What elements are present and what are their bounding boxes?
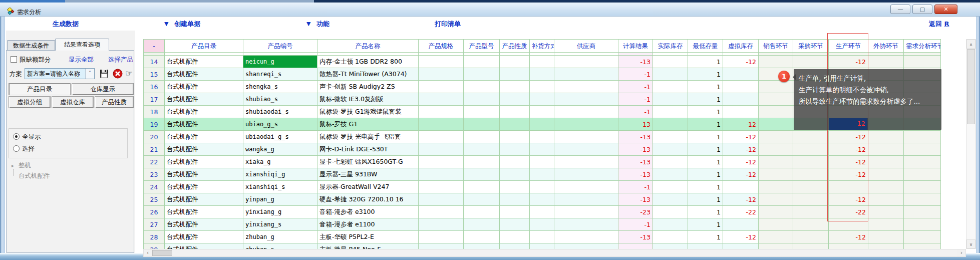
cell-name[interactable]: 音箱-漫步者 e3100 bbox=[317, 206, 419, 218]
cell-virtual[interactable] bbox=[723, 181, 759, 193]
cell-spec[interactable] bbox=[419, 131, 464, 143]
cell-num[interactable]: 28 bbox=[144, 231, 165, 243]
cell-actual[interactable] bbox=[653, 156, 688, 168]
cell-virtual[interactable]: -12 bbox=[723, 193, 759, 206]
cell-code[interactable]: shubiao_s bbox=[243, 93, 317, 106]
cell-model[interactable] bbox=[464, 131, 500, 143]
tree-item-complete-machine[interactable]: 整机 bbox=[19, 161, 31, 170]
cell-supplier[interactable] bbox=[554, 106, 618, 118]
cell-replenish[interactable] bbox=[530, 218, 554, 231]
cell-spec[interactable] bbox=[419, 218, 464, 231]
virtual-warehouse-button[interactable]: 虚拟仓库 bbox=[52, 96, 94, 108]
cell-spec[interactable] bbox=[419, 56, 464, 68]
minimize-button[interactable]: — bbox=[890, 5, 910, 14]
cell-demand[interactable] bbox=[904, 231, 941, 243]
cell-name[interactable]: 主板-微星 P45 Neo-F bbox=[317, 243, 419, 249]
cell-virtual[interactable]: -12 bbox=[723, 131, 759, 143]
cell-model[interactable] bbox=[464, 218, 500, 231]
horizontal-scrollbar-thumb[interactable] bbox=[152, 250, 172, 256]
cell-production[interactable]: -12 bbox=[829, 231, 868, 243]
cell-purchase[interactable] bbox=[793, 156, 829, 168]
cell-supplier[interactable] bbox=[554, 206, 618, 218]
cell-supplier[interactable] bbox=[554, 156, 618, 168]
cell-sale[interactable] bbox=[759, 106, 793, 118]
cell-supplier[interactable] bbox=[554, 243, 618, 249]
cell-calc[interactable]: -13 bbox=[618, 193, 653, 206]
cell-min[interactable]: 1 bbox=[688, 81, 723, 93]
cell-actual[interactable] bbox=[653, 143, 688, 156]
cell-spec[interactable] bbox=[419, 231, 464, 243]
cell-model[interactable] bbox=[464, 68, 500, 81]
cell-outsource[interactable] bbox=[868, 181, 904, 193]
cell-catalog[interactable]: 台式机配件 bbox=[165, 156, 243, 168]
cell-code[interactable]: shanreqi_s bbox=[243, 68, 317, 81]
cell-nature[interactable] bbox=[500, 81, 530, 93]
cell-num[interactable]: 24 bbox=[144, 181, 165, 193]
cell-model[interactable] bbox=[464, 143, 500, 156]
cell-min[interactable]: 1 bbox=[688, 218, 723, 231]
cell-nature[interactable] bbox=[500, 156, 530, 168]
cell-num[interactable]: 17 bbox=[144, 93, 165, 106]
cell-code[interactable]: shubiaodai_s bbox=[243, 106, 317, 118]
generate-data-button[interactable]: 生成数据 bbox=[53, 20, 79, 29]
cell-supplier[interactable] bbox=[554, 56, 618, 68]
plan-combobox[interactable]: 新方案=请输入名称 ˅ bbox=[25, 68, 95, 79]
cell-num[interactable]: 27 bbox=[144, 218, 165, 231]
cell-actual[interactable] bbox=[653, 243, 688, 249]
cell-outsource[interactable] bbox=[868, 206, 904, 218]
cell-min[interactable]: 1 bbox=[688, 193, 723, 206]
cell-num[interactable]: 15 bbox=[144, 68, 165, 81]
scroll-down-icon[interactable]: ∨ bbox=[966, 239, 975, 248]
cell-catalog[interactable]: 台式机配件 bbox=[165, 231, 243, 243]
apply-hand-icon[interactable]: ☞ bbox=[125, 68, 136, 79]
cell-num[interactable]: 18 bbox=[144, 106, 165, 118]
cell-min[interactable]: 1 bbox=[688, 231, 723, 243]
table-row[interactable]: 21台式机配件wangka_g网卡-D-Link DGE-530T-131-12… bbox=[144, 143, 941, 156]
cell-supplier[interactable] bbox=[554, 168, 618, 181]
cell-production[interactable] bbox=[829, 243, 868, 249]
cell-nature[interactable] bbox=[500, 93, 530, 106]
cell-code[interactable]: zhuban_s bbox=[243, 243, 317, 249]
cell-sale[interactable] bbox=[759, 231, 793, 243]
cell-model[interactable] bbox=[464, 156, 500, 168]
cell-nature[interactable] bbox=[500, 68, 530, 81]
cell-nature[interactable] bbox=[500, 181, 530, 193]
cell-code[interactable]: neicun_g bbox=[243, 56, 317, 68]
cell-purchase[interactable] bbox=[793, 231, 829, 243]
create-document-button[interactable]: 创建单据 bbox=[174, 20, 200, 29]
cell-supplier[interactable] bbox=[554, 68, 618, 81]
cell-purchase[interactable] bbox=[793, 206, 829, 218]
select-product-link[interactable]: 选择产品 bbox=[108, 56, 133, 64]
cell-replenish[interactable] bbox=[530, 206, 554, 218]
cell-purchase[interactable] bbox=[793, 168, 829, 181]
cell-sale[interactable] bbox=[759, 168, 793, 181]
cell-num[interactable]: 26 bbox=[144, 206, 165, 218]
table-row[interactable]: 20台式机配件ubiaodai_g_s鼠标袋-罗技 光电高手 飞猎套-131-1… bbox=[144, 131, 941, 143]
cell-virtual[interactable] bbox=[723, 106, 759, 118]
cell-actual[interactable] bbox=[653, 68, 688, 81]
cell-sale[interactable] bbox=[759, 218, 793, 231]
cell-actual[interactable] bbox=[653, 231, 688, 243]
cell-calc[interactable]: -1 bbox=[618, 106, 653, 118]
cell-name[interactable]: 音箱-漫步者 e1100 bbox=[317, 218, 419, 231]
cell-demand[interactable] bbox=[904, 206, 941, 218]
scroll-right-icon[interactable]: › bbox=[957, 249, 965, 256]
cell-calc[interactable]: -1 bbox=[618, 218, 653, 231]
cell-catalog[interactable]: 台式机配件 bbox=[165, 168, 243, 181]
cell-outsource[interactable] bbox=[868, 243, 904, 249]
cell-virtual[interactable] bbox=[723, 243, 759, 249]
cell-demand[interactable] bbox=[904, 243, 941, 249]
cell-model[interactable] bbox=[464, 181, 500, 193]
cell-model[interactable] bbox=[464, 93, 500, 106]
cell-actual[interactable] bbox=[653, 118, 688, 131]
cell-virtual[interactable]: -12 bbox=[723, 156, 759, 168]
cell-sale[interactable] bbox=[759, 181, 793, 193]
cell-catalog[interactable]: 台式机配件 bbox=[165, 193, 243, 206]
cell-replenish[interactable] bbox=[530, 193, 554, 206]
cell-num[interactable]: 29 bbox=[144, 243, 165, 249]
cell-num[interactable]: 16 bbox=[144, 81, 165, 93]
cell-num[interactable]: 19 bbox=[144, 118, 165, 131]
scroll-up-icon[interactable]: ∧ bbox=[966, 40, 975, 49]
cell-code[interactable]: zhuban_g bbox=[243, 231, 317, 243]
cell-nature[interactable] bbox=[500, 206, 530, 218]
